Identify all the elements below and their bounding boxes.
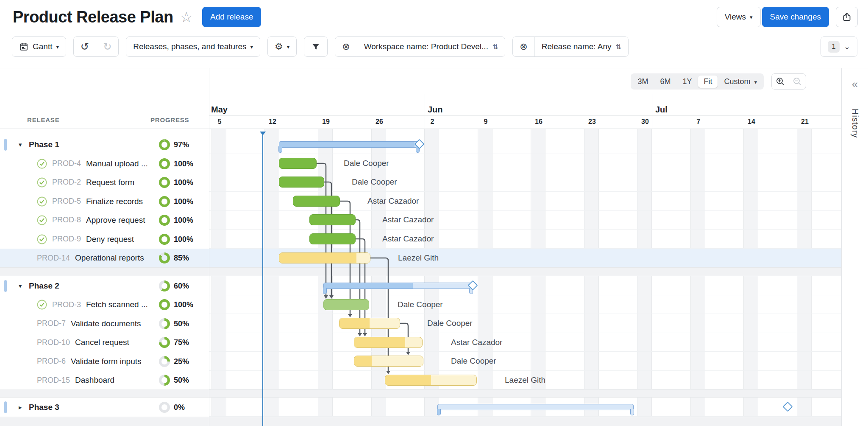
table-row[interactable]: PROD-7Validate documents50% — [0, 314, 209, 333]
toolbar: Gantt▾ ↺ ↻ Releases, phases, and feature… — [0, 34, 868, 59]
task-cell: PROD-8Approve request — [37, 215, 145, 225]
history-tab-label[interactable]: History — [850, 109, 860, 138]
release-table-panel: RELEASE PROGRESS ▾Phase 197%PROD-4Manual… — [0, 68, 209, 426]
settings-button[interactable]: ⚙▾ — [268, 37, 296, 56]
table-row[interactable]: PROD-14Operational reports85% — [0, 249, 209, 267]
gear-icon: ⚙ — [275, 41, 283, 52]
month-boundary-line — [653, 94, 653, 129]
progress-percent: 0% — [174, 403, 185, 412]
month-label: Jul — [655, 105, 668, 115]
task-bar[interactable] — [354, 337, 423, 348]
phase-name: Phase 3 — [29, 403, 59, 412]
zoom-preset-6m[interactable]: 6M — [654, 76, 676, 88]
task-name: Operational reports — [75, 253, 144, 263]
table-row[interactable]: PROD-5Finalize records100% — [0, 192, 209, 211]
chevron-down-icon: ▾ — [250, 44, 253, 50]
task-bar[interactable] — [279, 177, 324, 188]
views-button[interactable]: Views▾ — [717, 7, 761, 27]
gantt-view-button[interactable]: Gantt▾ — [12, 37, 66, 56]
task-cell: PROD-7Validate documents — [37, 319, 141, 328]
release-filter-remove-button[interactable]: ⊗ — [513, 37, 534, 56]
redo-button[interactable]: ↻ — [96, 37, 118, 56]
phase-row[interactable]: ▾Phase 260% — [0, 276, 209, 295]
table-row[interactable]: PROD-15Dashboard50% — [0, 371, 209, 390]
phase-name: Phase 1 — [29, 140, 59, 149]
assignee-label: Astar Cazador — [382, 234, 434, 244]
timeline-zoom-presets: 3M 6M 1Y Fit Custom▾ — [631, 73, 764, 90]
assignee-label: Astar Cazador — [367, 196, 419, 206]
history-sidebar: « History — [841, 68, 868, 426]
workspace-filter-remove-button[interactable]: ⊗ — [335, 37, 356, 56]
collapse-panel-icon[interactable]: « — [852, 78, 858, 91]
collapse-caret-icon[interactable]: ▾ — [19, 141, 22, 149]
task-id: PROD-15 — [37, 376, 70, 385]
task-bar[interactable] — [323, 299, 369, 310]
task-bar[interactable] — [279, 158, 317, 169]
hierarchy-select-group: Releases, phases, and features▾ — [126, 36, 260, 57]
task-id: PROD-14 — [37, 254, 70, 263]
save-changes-button[interactable]: Save changes — [762, 7, 829, 27]
zoom-preset-custom[interactable]: Custom▾ — [718, 76, 762, 88]
task-bar[interactable] — [339, 318, 400, 329]
expand-caret-icon[interactable]: ▸ — [19, 404, 22, 411]
table-row[interactable]: PROD-9Deny request100% — [0, 230, 209, 249]
connector-arrowhead — [358, 333, 362, 336]
undo-button[interactable]: ↺ — [74, 37, 96, 56]
zoom-preset-1y[interactable]: 1Y — [677, 76, 697, 88]
progress-ring — [159, 318, 170, 329]
task-bar[interactable] — [309, 233, 356, 244]
table-row[interactable]: PROD-2Request form100% — [0, 173, 209, 192]
table-row[interactable]: PROD-10Cancel request75% — [0, 333, 209, 352]
task-id: PROD-8 — [52, 216, 81, 224]
week-tick-label: 14 — [748, 118, 755, 126]
summary-bar-fill — [279, 142, 415, 147]
filter-button[interactable] — [304, 37, 327, 56]
week-tick-label: 2 — [431, 118, 434, 126]
zoom-preset-fit[interactable]: Fit — [698, 76, 718, 88]
summary-bar-body — [323, 283, 473, 289]
table-row[interactable]: PROD-8Approve request100% — [0, 210, 209, 230]
phase-row[interactable]: ▾Phase 197% — [0, 135, 209, 154]
share-button[interactable] — [836, 7, 858, 27]
task-bar[interactable] — [354, 356, 423, 367]
collapse-caret-icon[interactable]: ▾ — [19, 282, 22, 290]
progress-percent: 100% — [174, 197, 193, 206]
workspace-filter-value[interactable]: Workspace name: Product Devel...⇅ — [357, 37, 505, 56]
zoom-preset-3m[interactable]: 3M — [632, 76, 654, 88]
add-release-button[interactable]: Add release — [202, 7, 261, 27]
progress-ring — [159, 337, 170, 348]
check-circle-icon — [37, 159, 47, 169]
progress-ring — [159, 299, 170, 310]
month-label: Jun — [428, 105, 443, 115]
task-cell: PROD-9Deny request — [37, 234, 134, 244]
zoom-in-button[interactable] — [772, 74, 789, 89]
assignee-label: Dale Cooper — [427, 319, 473, 328]
release-filter-value[interactable]: Release name: Any⇅ — [534, 37, 628, 56]
section-gap — [0, 267, 209, 276]
page-title: Product Release Plan — [13, 8, 173, 26]
progress-percent: 25% — [174, 357, 189, 366]
task-name: Manual upload ... — [86, 159, 148, 168]
task-bar[interactable] — [309, 214, 356, 225]
check-circle-icon — [37, 196, 47, 207]
progress-ring — [159, 280, 170, 291]
progress-percent: 50% — [174, 319, 189, 328]
summary-hook-right — [630, 409, 634, 415]
page-count-button[interactable]: 1⌄ — [821, 37, 857, 56]
today-marker-line — [262, 132, 263, 426]
month-boundary-line — [425, 94, 425, 129]
favorite-star-icon[interactable]: ☆ — [180, 10, 193, 24]
week-tick-label: 23 — [588, 118, 596, 126]
table-row[interactable]: PROD-3Fetch scanned ...100% — [0, 295, 209, 314]
hierarchy-select[interactable]: Releases, phases, and features▾ — [126, 37, 260, 56]
table-row[interactable]: PROD-6Validate form inputs25% — [0, 352, 209, 371]
table-row[interactable]: PROD-4Manual upload ...100% — [0, 154, 209, 173]
progress-ring — [159, 356, 170, 367]
task-bar[interactable] — [279, 252, 370, 263]
phase-row[interactable]: ▸Phase 30% — [0, 398, 209, 417]
release-filter-chip: ⊗ Release name: Any⇅ — [512, 36, 629, 57]
task-bar[interactable] — [293, 196, 340, 207]
zoom-buttons — [771, 73, 806, 90]
zoom-out-button[interactable] — [789, 74, 806, 89]
task-bar[interactable] — [385, 375, 477, 386]
